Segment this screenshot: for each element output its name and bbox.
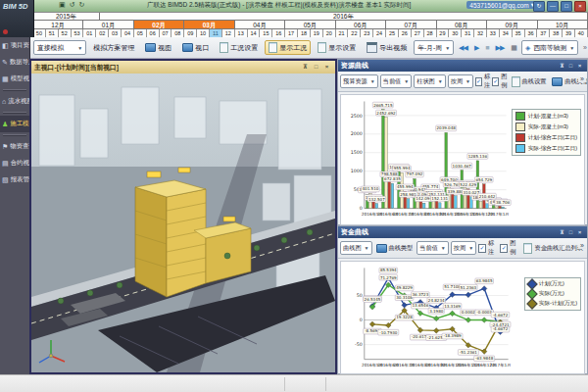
- svg-text:36.3723: 36.3723: [413, 292, 429, 297]
- timeline-month-cell[interactable]: 07月: [386, 21, 436, 29]
- timeline-month-cell[interactable]: 08月: [437, 21, 487, 29]
- timeline-month-cell[interactable]: 01月: [83, 21, 133, 29]
- timeline-year-cell[interactable]: 2015年: [33, 13, 100, 21]
- timeline-month-cell[interactable]: 05月: [285, 21, 335, 29]
- minimize-button[interactable]: —: [547, 1, 559, 12]
- model-view-icon: ▦: [2, 75, 9, 83]
- condition-setting-button[interactable]: 工况设置: [216, 40, 262, 55]
- show-condition-button[interactable]: 显示工况: [265, 40, 311, 55]
- refresh-button[interactable]: ↻: [533, 1, 545, 12]
- pin-icon[interactable]: ⊼: [558, 228, 566, 237]
- timeline-month-cell[interactable]: 12月: [33, 21, 83, 29]
- svg-text:0: 0: [360, 206, 363, 211]
- fund-annotate-checkbox[interactable]: ✓: [478, 244, 486, 253]
- svg-text:63.9845: 63.9845: [476, 278, 493, 283]
- grid-view-button[interactable]: ▦: [509, 44, 518, 52]
- fund-panel-toolbar: 曲线图▼ 曲线类型 当前值▼ 按周▼ ✓ 标注 ✓ 图例 资金曲线汇总列表 »: [338, 238, 587, 259]
- pin-icon[interactable]: ⊼: [300, 62, 311, 73]
- svg-text:672.835: 672.835: [384, 176, 401, 181]
- timeline-month-cell[interactable]: 04月: [235, 21, 285, 29]
- chart-legend: 计划-混凝土(m3)实际-混凝土(m3)计划-综合工日(工日)实际-综合工日(工…: [512, 109, 581, 156]
- view-button[interactable]: 视图: [141, 41, 175, 55]
- fast-forward-button[interactable]: ▶▶: [494, 44, 507, 52]
- fund-summary-button[interactable]: 资金曲线汇总列表: [521, 242, 585, 255]
- sidebar-item-data-import[interactable]: ✎数据导入: [0, 54, 29, 71]
- status-bar: [0, 374, 588, 392]
- sim-mode-dropdown[interactable]: 直接模拟▼: [33, 40, 86, 55]
- fund-period-dropdown[interactable]: 按周▼: [451, 241, 476, 255]
- view-preset-dropdown[interactable]: ◈ 西南等轴测▼: [521, 40, 578, 55]
- sidebar-item-flow-view[interactable]: ⌂流水视图: [0, 93, 29, 110]
- fund-curve-type-button[interactable]: 曲线类型: [374, 243, 416, 254]
- sidebar-item-label: 合约视图: [11, 159, 29, 168]
- maximize-icon[interactable]: □: [566, 62, 575, 71]
- fund-value-mode-dropdown[interactable]: 当前值▼: [416, 241, 449, 255]
- fund-panel-header: 资金曲线 ⊼ □ ×: [338, 226, 587, 238]
- sidebar-divider: [3, 134, 26, 136]
- simulation-icon: ♟: [2, 121, 8, 128]
- list-icon: [523, 243, 532, 254]
- close-button[interactable]: ×: [574, 1, 586, 12]
- restore-button[interactable]: □: [561, 1, 572, 12]
- close-icon[interactable]: ×: [575, 228, 584, 237]
- timeline-month-cell[interactable]: 03月: [184, 21, 234, 29]
- timeline-year-cell[interactable]: 2016年: [100, 13, 588, 21]
- svg-text:2000: 2000: [351, 131, 363, 136]
- timeline-month-cell[interactable]: 09月: [487, 21, 537, 29]
- pin-icon[interactable]: ⊼: [558, 62, 566, 71]
- rewind-button[interactable]: ◀◀: [457, 44, 469, 52]
- save-icon[interactable]: ▣: [59, 1, 66, 9]
- toolbar-overflow-button[interactable]: »: [581, 44, 588, 51]
- panel-overflow-button[interactable]: »: [578, 75, 586, 82]
- timeline-month-cell[interactable]: 06月: [336, 21, 386, 29]
- timeline-month-cell[interactable]: 02月: [134, 21, 184, 29]
- svg-text:2452.692: 2452.692: [376, 111, 396, 116]
- svg-text:50: 50: [357, 293, 363, 298]
- fund-chart-type-dropdown[interactable]: 曲线图▼: [340, 241, 372, 255]
- value-mode-dropdown[interactable]: 当前值▼: [380, 74, 413, 88]
- export-video-button[interactable]: 导出视频: [363, 40, 411, 55]
- viewport-button[interactable]: 视口: [178, 41, 213, 55]
- chart-legend: 计划(万元)实际(万元)实际-计划(万元): [524, 277, 581, 311]
- redo-icon[interactable]: ↻: [79, 1, 85, 9]
- undo-icon[interactable]: ↺: [70, 1, 75, 9]
- resource-bar-chart[interactable]: 050010001500200025002016年5月2016年6月2016年7…: [340, 94, 585, 225]
- chart-type-dropdown[interactable]: 柱状图▼: [414, 74, 446, 88]
- app-logo[interactable]: BIM 5D: [0, 0, 34, 37]
- sidebar-item-project-data[interactable]: ◧项目资料: [0, 37, 29, 54]
- play-button[interactable]: ▶: [472, 44, 480, 52]
- maximize-icon[interactable]: □: [566, 228, 575, 237]
- gantt-timeline: 2015年2016年 12月01月02月03月04月05月06月07月08月09…: [33, 12, 588, 38]
- close-icon[interactable]: ×: [321, 62, 332, 73]
- sidebar-item-label: 项目资料: [11, 41, 29, 50]
- legend-entry: 计划-综合工日(工日): [515, 133, 577, 142]
- sidebar-item-report-manage[interactable]: ▧报表管理: [0, 172, 29, 188]
- sidebar-divider: [3, 112, 26, 114]
- annotate-checkbox[interactable]: ✓: [475, 77, 482, 86]
- legend-checkbox[interactable]: ✓: [492, 77, 499, 86]
- maximize-icon[interactable]: □: [311, 62, 321, 73]
- stop-button[interactable]: ■: [483, 44, 490, 51]
- sidebar-item-model-view[interactable]: ▦模型视图: [0, 71, 29, 87]
- svg-text:13.3169: 13.3169: [444, 304, 461, 309]
- curve-setting-button[interactable]: 曲线设置: [510, 75, 549, 88]
- svg-text:85.5394: 85.5394: [380, 268, 397, 272]
- sidebar-item-simulation[interactable]: ♟施工模拟: [0, 116, 29, 132]
- panel-overflow-button[interactable]: »: [578, 242, 586, 249]
- close-icon[interactable]: ×: [575, 62, 584, 71]
- resource-type-dropdown[interactable]: 预算资源▼: [340, 74, 378, 88]
- chevron-down-icon: ▼: [445, 45, 450, 51]
- period-dropdown[interactable]: 按周▼: [448, 74, 473, 88]
- sidebar-item-contract-view[interactable]: ▤合约视图: [0, 155, 29, 172]
- fund-legend-checkbox[interactable]: ✓: [500, 244, 508, 253]
- timeline-month-cell[interactable]: 10月: [538, 21, 588, 29]
- account-menu[interactable]: 453715601@qq.com ▾: [466, 1, 537, 9]
- display-setting-button[interactable]: 显示设置: [314, 40, 360, 55]
- sidebar-item-materials-query[interactable]: ⚑物资查询: [0, 138, 29, 155]
- time-unit-dropdown[interactable]: 年-月-周▼: [414, 40, 454, 55]
- sim-plan-manage-button[interactable]: 模拟方案管理: [89, 41, 138, 55]
- svg-text:24.8234: 24.8234: [428, 298, 445, 303]
- 3d-scene[interactable]: [31, 74, 335, 372]
- main-viewport: 主视口-[计划时间][当前视口] ⊼ □ ×: [29, 59, 337, 374]
- fund-line-chart[interactable]: -500502016年5月2016年6月2016年7月2016年8月2016年9…: [340, 261, 585, 374]
